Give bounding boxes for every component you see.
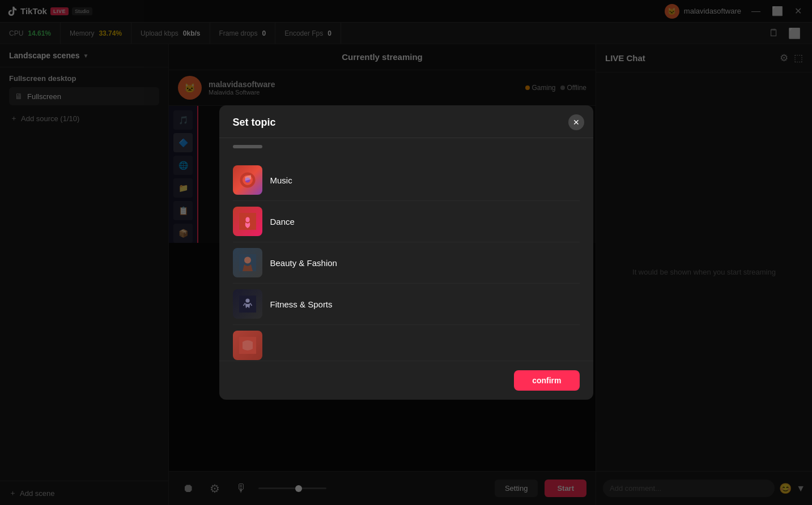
topic-thumb-music <box>233 165 262 195</box>
search-indicator <box>233 145 262 148</box>
modal-overlay: Set topic ✕ Music <box>0 0 812 505</box>
modal-topic-list: Music Dance <box>219 160 593 361</box>
topic-item-music[interactable]: Music <box>233 160 580 201</box>
topic-label-fitness: Fitness & Sports <box>270 299 333 309</box>
topic-item-partial[interactable] <box>233 325 580 361</box>
modal-close-button[interactable]: ✕ <box>568 114 584 130</box>
modal-title: Set topic <box>233 117 276 128</box>
svg-point-4 <box>245 217 249 222</box>
topic-item-beauty[interactable]: Beauty & Fashion <box>233 242 580 284</box>
topic-thumb-fitness <box>233 289 262 319</box>
topic-item-dance[interactable]: Dance <box>233 201 580 242</box>
confirm-button[interactable]: confirm <box>514 370 579 391</box>
set-topic-modal: Set topic ✕ Music <box>219 105 593 400</box>
topic-thumb-dance <box>233 207 262 236</box>
topic-label-dance: Dance <box>270 217 295 226</box>
topic-item-fitness[interactable]: Fitness & Sports <box>233 284 580 325</box>
svg-point-6 <box>244 257 251 264</box>
topic-thumb-partial <box>233 331 262 360</box>
topic-label-music: Music <box>270 176 292 185</box>
modal-footer: confirm <box>219 361 593 400</box>
topic-label-beauty: Beauty & Fashion <box>270 258 337 268</box>
svg-point-8 <box>245 298 249 302</box>
modal-search-area <box>219 138 593 160</box>
topic-thumb-beauty <box>233 248 262 277</box>
modal-header: Set topic ✕ <box>219 105 593 138</box>
